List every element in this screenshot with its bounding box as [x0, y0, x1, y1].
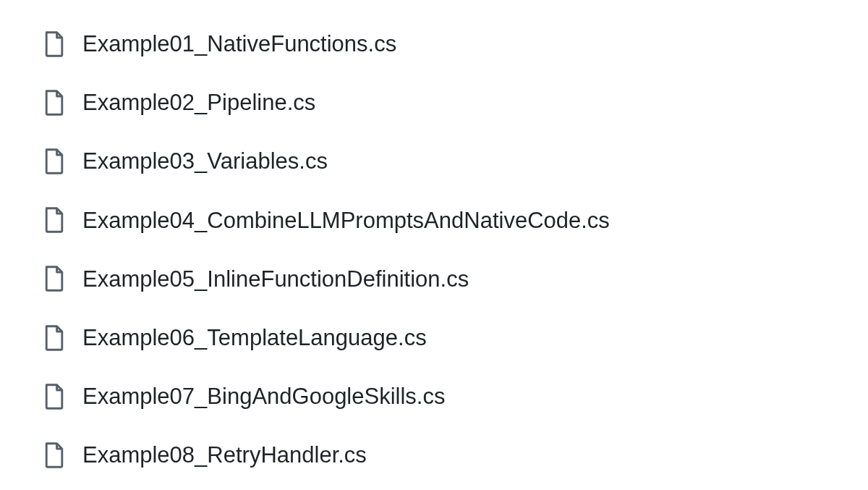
file-item[interactable]: Example04_CombineLLMPromptsAndNativeCode… [43, 191, 868, 250]
file-name: Example03_Variables.cs [82, 148, 328, 174]
file-icon [43, 442, 65, 468]
file-item[interactable]: Example05_InlineFunctionDefinition.cs [43, 250, 868, 308]
file-icon [43, 207, 65, 233]
file-list: Example01_NativeFunctions.cs Example02_P… [43, 14, 868, 485]
file-name: Example02_Pipeline.cs [82, 89, 315, 116]
file-item[interactable]: Example03_Variables.cs [43, 132, 868, 190]
file-item[interactable]: Example02_Pipeline.cs [43, 73, 868, 132]
file-name: Example04_CombineLLMPromptsAndNativeCode… [82, 207, 610, 234]
file-item[interactable]: Example06_TemplateLanguage.cs [43, 308, 868, 367]
file-name: Example07_BingAndGoogleSkills.cs [82, 383, 445, 410]
file-name: Example01_NativeFunctions.cs [82, 30, 396, 57]
file-name: Example05_InlineFunctionDefinition.cs [82, 266, 469, 292]
file-item[interactable]: Example01_NativeFunctions.cs [43, 14, 868, 73]
file-icon [43, 266, 65, 292]
file-icon [43, 384, 65, 410]
file-icon [43, 148, 65, 174]
file-item[interactable]: Example08_RetryHandler.cs [43, 426, 868, 484]
file-icon [43, 325, 65, 351]
file-item[interactable]: Example07_BingAndGoogleSkills.cs [43, 367, 868, 426]
file-icon [43, 90, 65, 116]
file-icon [43, 31, 65, 57]
file-name: Example06_TemplateLanguage.cs [82, 324, 427, 351]
file-name: Example08_RetryHandler.cs [82, 442, 367, 468]
